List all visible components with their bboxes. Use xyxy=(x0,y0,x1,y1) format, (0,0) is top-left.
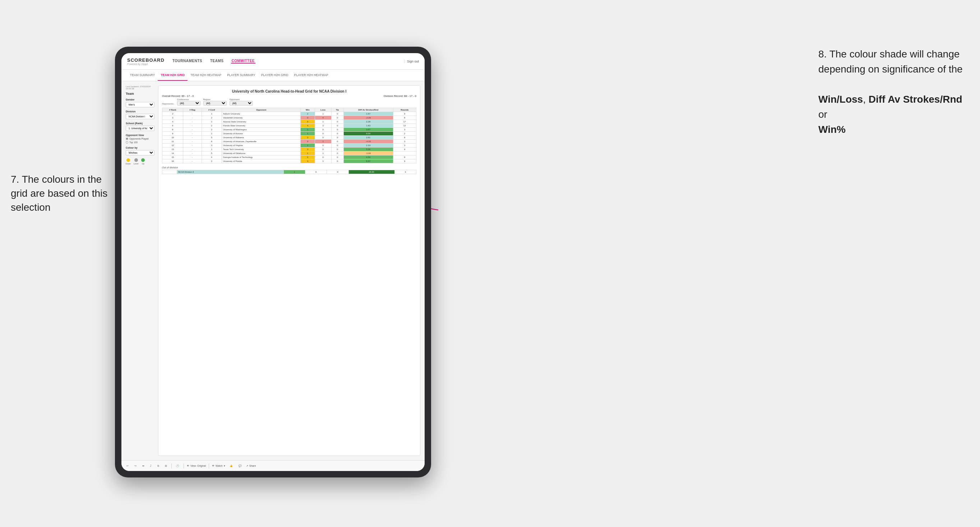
tab-player-h2h-grid[interactable]: PLAYER H2H GRID xyxy=(258,70,291,81)
table-cell: 1 xyxy=(315,140,331,144)
conference-select[interactable]: (All) xyxy=(177,101,200,106)
view-original-label[interactable]: 👁 View: Original xyxy=(187,465,206,467)
col-loss: Loss xyxy=(315,108,331,112)
table-cell: -2.29 xyxy=(344,116,393,120)
tab-player-h2h-heatmap[interactable]: PLAYER H2H HEATMAP xyxy=(291,70,331,81)
out-cell: 0 xyxy=(305,170,327,174)
table-cell: University of Virginia xyxy=(222,144,300,148)
tab-player-summary[interactable]: PLAYER SUMMARY xyxy=(224,70,258,81)
table-cell: - xyxy=(183,159,202,163)
col-diff: Diff Av Strokes/Rnd xyxy=(344,108,393,112)
tab-team-h2h-grid[interactable]: TEAM H2H GRID xyxy=(158,70,188,81)
table-cell: - xyxy=(183,156,202,159)
table-cell: 2 xyxy=(202,128,222,132)
table-cell: 2.28 xyxy=(344,120,393,124)
table-cell: 0 xyxy=(331,120,344,124)
table-cell: 3 xyxy=(202,144,222,148)
toolbar-separator xyxy=(171,464,172,468)
legend-up-dot xyxy=(141,158,145,162)
nav-committee[interactable]: COMMITTEE xyxy=(231,59,256,63)
grid-subtitle: Overall Record: 89 - 17 - 0 Division Rec… xyxy=(162,94,416,98)
out-cell: NCAA Division II xyxy=(177,170,283,174)
table-cell: - xyxy=(183,124,202,128)
table-cell: 9.00 xyxy=(344,132,393,136)
out-of-division-label: Out of division xyxy=(162,166,416,169)
table-cell: Vanderbilt University xyxy=(222,116,300,120)
table-cell: 0 xyxy=(315,148,331,151)
table-cell: University of Washington xyxy=(222,128,300,132)
sidebar-colour-by-label: Colour by xyxy=(126,146,154,149)
main-content: Last Updated: 27/03/2024 16:55:38 Team G… xyxy=(121,81,425,460)
radio-top100[interactable]: Top 100 xyxy=(126,141,154,144)
table-cell: 4 xyxy=(301,124,315,128)
table-cell: 8 xyxy=(162,128,183,132)
table-row: 16-2University of Florida3106.629 xyxy=(162,159,416,163)
table-cell: - xyxy=(183,128,202,132)
sign-out-link[interactable]: Sign out xyxy=(407,60,419,63)
opponent-select[interactable]: (All) xyxy=(229,101,253,106)
tab-team-summary[interactable]: TEAM SUMMARY xyxy=(127,70,158,81)
toolbar-separator3 xyxy=(209,464,209,468)
tab-team-h2h-heatmap[interactable]: TEAM H2H HEATMAP xyxy=(188,70,224,81)
table-cell: 1 xyxy=(315,151,331,156)
sidebar-team-title: Team xyxy=(126,92,154,95)
table-cell: - xyxy=(183,151,202,156)
app-header: SCOREBOARD Powered by clippd TOURNAMENTS… xyxy=(121,53,425,70)
table-cell: 4.50 xyxy=(344,156,393,159)
out-cell: 1 xyxy=(283,170,305,174)
region-select[interactable]: (All) xyxy=(203,101,227,106)
table-cell: 9 xyxy=(393,156,416,159)
table-cell: 12 xyxy=(162,144,183,148)
watch-chevron: ▾ xyxy=(224,465,225,467)
table-cell: 0 xyxy=(315,156,331,159)
grid-button[interactable]: ⊞ xyxy=(164,464,169,468)
legend-up: Up xyxy=(141,158,145,165)
col-rank: # Rank xyxy=(162,108,183,112)
nav-tournaments[interactable]: TOURNAMENTS xyxy=(172,59,203,63)
table-cell: 4 xyxy=(202,156,222,159)
radio-opponents-played[interactable]: Opponents Played xyxy=(126,138,154,140)
table-cell: - xyxy=(183,116,202,120)
nav-teams[interactable]: TEAMS xyxy=(210,59,224,63)
forward-button[interactable]: ⤴ xyxy=(149,464,153,468)
table-cell: 0 xyxy=(315,128,331,132)
table-cell: Auburn University xyxy=(222,112,300,116)
opponents-filter-label: Opponents: xyxy=(162,103,174,106)
table-cell: 0 xyxy=(331,151,344,156)
sidebar-gender-select[interactable]: Men's xyxy=(126,102,154,107)
table-cell: 0 xyxy=(301,140,315,144)
table-row: 12-3University of Virginia1002.333 xyxy=(162,144,416,148)
copy-button[interactable]: ⧉ xyxy=(156,464,161,468)
table-cell: 0 xyxy=(331,128,344,132)
table-cell: 1 xyxy=(202,112,222,116)
sidebar-division-select[interactable]: NCAA Division I xyxy=(126,114,154,119)
redo-button[interactable]: ↪ xyxy=(133,464,138,468)
table-cell: 0 xyxy=(315,144,331,148)
sidebar-school-label: School (Rank) xyxy=(126,122,154,125)
table-cell: 9 xyxy=(393,159,416,163)
table-row: 3-2Vanderbilt University040-2.298 xyxy=(162,116,416,120)
table-cell: 3 xyxy=(301,159,315,163)
sidebar-division-label: Division xyxy=(126,110,154,113)
table-cell: 2 xyxy=(301,112,315,116)
table-cell: 6 xyxy=(162,124,183,128)
thumb-button[interactable]: 👍 xyxy=(228,464,234,468)
undo-button[interactable]: ↩ xyxy=(125,464,130,468)
back-button[interactable]: ⬅ xyxy=(141,464,146,468)
table-cell: 0 xyxy=(331,136,344,140)
comment-button[interactable]: 💬 xyxy=(237,464,243,468)
table-cell: University of Arkansas, Fayetteville xyxy=(222,140,300,144)
table-row: 11-6University of Arkansas, Fayetteville… xyxy=(162,140,416,144)
sidebar-colour-by-select[interactable]: Win/loss xyxy=(126,150,154,156)
legend-level: Level xyxy=(134,158,138,165)
table-cell: University of Oklahoma xyxy=(222,151,300,156)
share-button[interactable]: ↗ Share xyxy=(246,465,256,467)
table-cell: Florida State University xyxy=(222,124,300,128)
watch-button[interactable]: 👁 Watch ▾ xyxy=(212,465,225,467)
table-cell: - xyxy=(183,112,202,116)
col-win: Win xyxy=(301,108,315,112)
sidebar-school-select[interactable]: 1. University of Nort... xyxy=(126,125,154,131)
filter-region: Region (All) xyxy=(203,98,227,106)
clock-button[interactable]: 🕐 xyxy=(175,464,181,468)
table-cell: 4 xyxy=(315,116,331,120)
